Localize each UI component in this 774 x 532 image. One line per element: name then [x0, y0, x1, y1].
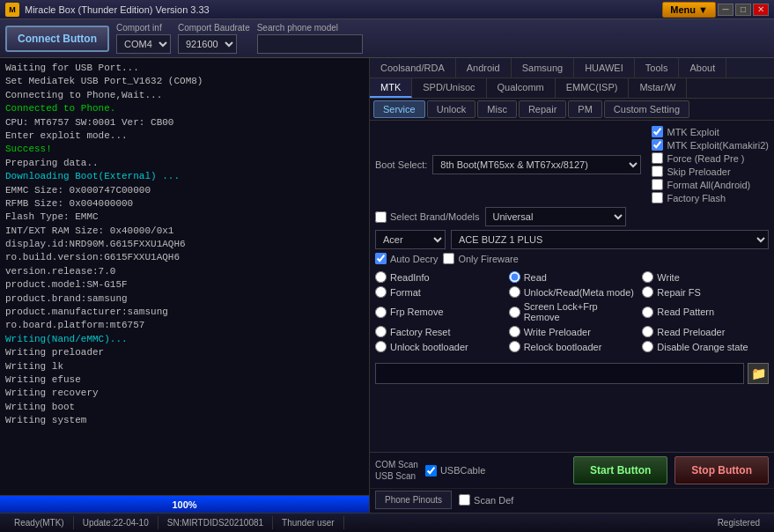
radio-label-9: Factory Reset [390, 327, 450, 337]
tab-service-service[interactable]: Service [373, 100, 425, 118]
radio-14[interactable] [642, 341, 653, 352]
usb-cable-checkbox[interactable] [425, 465, 437, 477]
radio-7[interactable] [509, 307, 520, 318]
only-fireware-row: Only Fireware [443, 253, 518, 264]
radio-label-12: Unlock bootloader [390, 342, 468, 352]
com-scan-label[interactable]: COM Scan [375, 460, 418, 469]
right-checkbox-label-5: Factory Flash [667, 193, 726, 203]
radio-label-1: Read [524, 272, 547, 283]
only-fireware-checkbox[interactable] [443, 253, 454, 264]
radio-label-6: Frp Remove [390, 307, 444, 317]
right-checkbox-row-4: Format All(Android) [652, 179, 769, 190]
right-checkboxes: MTK ExploitMTK Exploit(Kamakiri2)Force (… [652, 126, 769, 203]
right-checkbox-4[interactable] [652, 179, 663, 190]
radio-label-4: Unlock/Read(Meta mode) [524, 287, 634, 298]
browse-button[interactable]: 📁 [748, 363, 769, 384]
right-checkbox-5[interactable] [652, 192, 663, 203]
acer-select[interactable]: Acer [375, 230, 446, 249]
app-title: Miracle Box (Thunder Edition) Version 3.… [25, 4, 210, 15]
usb-scan-label[interactable]: USB Scan [375, 471, 418, 481]
right-checkbox-0[interactable] [652, 126, 663, 137]
brand-select[interactable]: Universal [485, 207, 626, 226]
tab-mid-spdunisoc[interactable]: SPD/Unisoc [412, 78, 486, 98]
stop-button[interactable]: Stop Button [674, 456, 769, 484]
tab-service-pm[interactable]: PM [568, 100, 602, 118]
scan-def-row: Scan Def [459, 494, 513, 506]
log-line: Connected to Phone. [5, 102, 364, 115]
radio-8[interactable] [642, 307, 653, 318]
menu-button[interactable]: Menu ▼ [662, 2, 716, 18]
radio-4[interactable] [509, 286, 520, 298]
scan-def-label: Scan Def [474, 495, 513, 506]
tab-top-tools[interactable]: Tools [635, 58, 680, 78]
radio-10[interactable] [509, 326, 520, 337]
auto-decrypt-label: Auto Decry [390, 254, 438, 264]
radio-5[interactable] [642, 286, 653, 298]
radio-2[interactable] [642, 271, 653, 283]
right-checkbox-3[interactable] [652, 166, 663, 177]
log-line: Enter exploit mode... [5, 129, 364, 143]
right-checkbox-label-4: Format All(Android) [667, 180, 750, 190]
radio-6[interactable] [375, 307, 387, 318]
radio-12[interactable] [375, 341, 387, 352]
right-checkbox-label-3: Skip Preloader [667, 166, 730, 177]
right-checkbox-label-0: MTK Exploit [667, 127, 719, 137]
file-path-input[interactable]: C:\Users\SOFTWARE EXPERT\Desktop\New fol… [375, 363, 744, 384]
radio-item-screen-lock-frp-remove: Screen Lock+Frp Remove [509, 301, 636, 322]
radio-11[interactable] [642, 326, 653, 337]
log-line: Set MediaTek USB Port_V1632 (COM8) [5, 75, 364, 88]
radio-9[interactable] [375, 326, 387, 337]
log-line: RFMB Size: 0x004000000 [5, 197, 364, 211]
start-button[interactable]: Start Button [573, 456, 667, 484]
log-line: Writing(Nand/eMMC)... [5, 333, 364, 346]
radio-13[interactable] [509, 341, 520, 352]
boot-select-label: Boot Select: [375, 159, 427, 170]
tab-service-misc[interactable]: Misc [477, 100, 517, 118]
scan-def-checkbox[interactable] [459, 494, 470, 506]
right-checkbox-1[interactable] [652, 139, 663, 151]
radio-0[interactable] [375, 271, 387, 283]
radio-3[interactable] [375, 286, 387, 298]
boot-select-combo[interactable]: 8th Boot(MT65xx & MT67xx/8127) [432, 155, 641, 174]
tab-top-about[interactable]: About [679, 58, 726, 78]
right-checkbox-row-1: MTK Exploit(Kamakiri2) [652, 139, 769, 151]
tab-service-custom-setting[interactable]: Custom Setting [604, 100, 689, 118]
radio-item-repair-fs: Repair FS [642, 286, 769, 298]
log-line: Flash Type: EMMC [5, 211, 364, 224]
radio-1[interactable] [509, 271, 520, 283]
close-button[interactable]: ✕ [753, 4, 769, 16]
search-input[interactable] [257, 34, 363, 54]
right-checkbox-2[interactable] [652, 152, 663, 164]
model-select[interactable]: ACE BUZZ 1 PLUS [451, 230, 769, 249]
minimize-button[interactable]: ─ [718, 4, 733, 16]
log-line: Preparing data.. [5, 157, 364, 170]
select-brand-checkbox[interactable] [375, 211, 387, 223]
radio-item-disable-orange-state: Disable Orange state [642, 341, 769, 352]
log-line: INT/EXT RAM Size: 0x40000/0x1 [5, 225, 364, 238]
tab-service-unlock[interactable]: Unlock [427, 100, 476, 118]
phone-pinouts-button[interactable]: Phone Pinouts [375, 491, 452, 509]
tab-mid-emmcisp[interactable]: EMMC(ISP) [556, 78, 630, 98]
auto-decrypt-checkbox[interactable] [375, 253, 387, 264]
radio-item-format: Format [375, 286, 502, 298]
tab-mid-qualcomm[interactable]: Qualcomm [487, 78, 556, 98]
radio-label-7: Screen Lock+Frp Remove [524, 301, 636, 322]
connect-button[interactable]: Connect Button [5, 26, 109, 52]
maximize-button[interactable]: □ [735, 4, 751, 16]
baud-select[interactable]: 921600 [178, 34, 237, 54]
tab-top-android[interactable]: Android [456, 58, 512, 78]
radio-item-read-pattern: Read Pattern [642, 301, 769, 322]
tab-top-samsung[interactable]: Samsung [512, 58, 574, 78]
tab-mid-mtk[interactable]: MTK [370, 78, 412, 98]
tab-mid-mstarw[interactable]: Mstar/W [629, 78, 687, 98]
log-line: version.release:7.0 [5, 265, 364, 278]
mid-tab-bar: MTKSPD/UnisocQualcommEMMC(ISP)Mstar/W [370, 78, 774, 99]
tab-top-coolsandrda[interactable]: Coolsand/RDA [370, 58, 456, 78]
radio-label-0: ReadInfo [390, 272, 430, 283]
right-checkbox-row-3: Skip Preloader [652, 166, 769, 177]
comport-select[interactable]: COM4 [116, 34, 171, 54]
log-line: product.manufacturer:samsung [5, 306, 364, 319]
tab-service-repair[interactable]: Repair [519, 100, 566, 118]
usb-cable-label: USBCable [440, 465, 485, 476]
tab-top-huawei[interactable]: HUAWEI [574, 58, 635, 78]
